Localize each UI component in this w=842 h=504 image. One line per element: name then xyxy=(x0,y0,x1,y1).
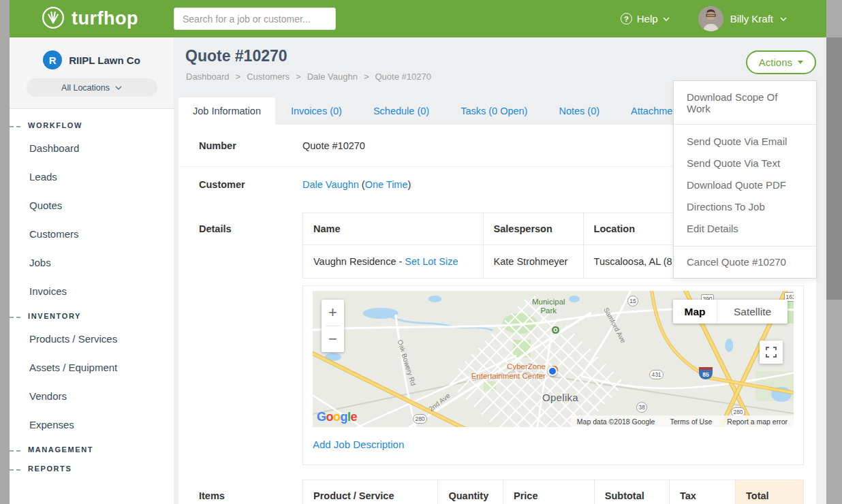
paren-close: ) xyxy=(408,179,411,190)
tab-tasks[interactable]: Tasks (0 Open) xyxy=(445,97,543,125)
fullscreen-button[interactable] xyxy=(760,341,783,364)
number-label: Number xyxy=(199,140,302,151)
customer-link[interactable]: Dale Vaughn xyxy=(302,179,359,190)
menu-item-edit-details[interactable]: Edit Details xyxy=(674,218,816,240)
help-menu[interactable]: ? Help xyxy=(621,13,670,25)
add-job-description-link[interactable]: Add Job Description xyxy=(313,439,404,450)
fullscreen-icon xyxy=(766,347,777,358)
items-col-quantity: Quantity xyxy=(438,480,503,504)
items-col-total: Total xyxy=(736,480,804,504)
location-selector[interactable]: All Locations xyxy=(27,78,157,97)
zoom-in-button[interactable]: + xyxy=(322,300,344,326)
google-map[interactable]: + − Map Satellite xyxy=(313,291,794,427)
details-col-salesperson: Salesperson xyxy=(483,213,583,245)
tab-schedule[interactable]: Schedule (0) xyxy=(358,97,445,125)
route-shield-280-left: 280 xyxy=(413,414,427,424)
details-col-name: Name xyxy=(303,213,484,245)
sidebar-item-jobs[interactable]: Jobs xyxy=(10,248,174,277)
sidebar-nav: WORKFLOW Dashboard Leads Quotes Customer… xyxy=(10,109,174,477)
menu-item-send-quote-via-text[interactable]: Send Quote Via Text xyxy=(674,153,816,174)
search-input[interactable] xyxy=(174,7,336,30)
details-label: Details xyxy=(199,212,302,465)
tab-bar: Job Information Invoices (0) Schedule (0… xyxy=(178,97,716,125)
park-marker-icon xyxy=(552,326,559,334)
items-col-subtotal: Subtotal xyxy=(594,480,669,504)
scrollbar-thumb[interactable] xyxy=(826,37,842,300)
breadcrumb-separator: > xyxy=(296,72,301,82)
sidebar-item-expenses[interactable]: Expenses xyxy=(10,410,174,439)
terms-of-use-link[interactable]: Terms of Use xyxy=(670,418,712,426)
menu-item-cancel-quote[interactable]: Cancel Quote #10270 xyxy=(674,247,816,278)
scrollbar[interactable] xyxy=(826,0,842,504)
route-shield-431: 431 xyxy=(649,370,664,379)
actions-button-label: Actions xyxy=(759,57,792,68)
chevron-down-icon xyxy=(115,86,122,90)
route-shield-15: 15 xyxy=(627,296,638,306)
logo-wordmark: turfhop xyxy=(72,8,138,29)
tab-notes[interactable]: Notes (0) xyxy=(543,97,615,125)
actions-button[interactable]: Actions xyxy=(746,50,816,74)
map-zoom-control: + − xyxy=(322,300,344,352)
sidebar: R RIIPL Lawn Co All Locations WORKFLOW D… xyxy=(10,37,174,504)
tab-job-information[interactable]: Job Information xyxy=(178,97,275,125)
page-title: Quote #10270 xyxy=(185,47,287,65)
company-logo-badge: R xyxy=(43,50,62,69)
caret-down-icon xyxy=(798,61,803,64)
salesperson-value: Kate Strohmeyer xyxy=(483,245,583,279)
map-label-opelika: Opelika xyxy=(542,392,578,403)
breadcrumb-customers[interactable]: Customers xyxy=(247,72,290,82)
items-row: Items Product / Service Quantity Price S… xyxy=(178,465,816,504)
app-root: turfhop ? Help Billy Kraft R RI xyxy=(0,0,842,504)
app-logo[interactable]: turfhop xyxy=(41,5,138,33)
company-row[interactable]: R RIIPL Lawn Co xyxy=(10,37,174,69)
items-table: Product / Service Quantity Price Subtota… xyxy=(302,479,804,504)
sidebar-item-assets-equipment[interactable]: Assets / Equipment xyxy=(10,353,174,381)
route-shield-38: 38 xyxy=(636,402,647,413)
menu-item-download-quote-pdf[interactable]: Download Quote PDF xyxy=(674,174,816,196)
map-type-satellite-button[interactable]: Satellite xyxy=(717,300,788,324)
report-map-error-link[interactable]: Report a map error xyxy=(727,418,788,426)
chevron-down-icon xyxy=(663,17,670,21)
map-label-municipal-park: MunicipalPark xyxy=(532,298,565,315)
map-data-credit: Map data ©2018 Google xyxy=(577,418,655,426)
menu-item-download-scope-of-work[interactable]: Download Scope Of Work xyxy=(674,81,816,124)
sidebar-item-invoices[interactable]: Invoices xyxy=(10,277,174,305)
zoom-out-button[interactable]: − xyxy=(322,326,344,352)
help-question-icon: ? xyxy=(621,13,632,25)
tab-invoices[interactable]: Invoices (0) xyxy=(275,97,358,125)
breadcrumb-dale-vaughn[interactable]: Dale Vaughn xyxy=(307,72,358,82)
menu-item-send-quote-via-email[interactable]: Send Quote Via Email xyxy=(674,131,816,153)
sidebar-item-vendors[interactable]: Vendors xyxy=(10,381,174,410)
customer-type-link[interactable]: One Time xyxy=(365,179,408,190)
user-menu[interactable]: Billy Kraft xyxy=(698,6,787,31)
sidebar-item-products-services[interactable]: Products / Services xyxy=(10,324,174,353)
location-selector-label: All Locations xyxy=(61,83,110,93)
breadcrumb-current: Quote #10270 xyxy=(375,72,431,82)
sidebar-item-dashboard[interactable]: Dashboard xyxy=(10,133,174,162)
items-col-price: Price xyxy=(503,480,594,504)
sidebar-item-customers[interactable]: Customers xyxy=(10,219,174,248)
actions-dropdown-menu: Download Scope Of Work Send Quote Via Em… xyxy=(673,80,817,279)
breadcrumb: Dashboard > Customers > Dale Vaughn > Qu… xyxy=(186,72,431,82)
map-attribution: Map data ©2018 Google Terms of Use Repor… xyxy=(571,415,794,427)
window-edge-strip xyxy=(0,0,10,504)
menu-item-directions-to-job[interactable]: Directions To Job xyxy=(674,196,816,218)
nav-section-reports: REPORTS xyxy=(10,458,174,477)
map-type-map-button[interactable]: Map xyxy=(673,300,717,324)
sidebar-item-leads[interactable]: Leads xyxy=(10,162,174,191)
breadcrumb-separator: > xyxy=(236,72,241,82)
turfhop-grass-icon xyxy=(41,5,65,33)
user-name: Billy Kraft xyxy=(730,13,773,25)
nav-section-workflow: WORKFLOW xyxy=(10,114,174,133)
customer-label: Customer xyxy=(199,179,302,190)
sidebar-item-quotes[interactable]: Quotes xyxy=(10,191,174,219)
items-col-product-service: Product / Service xyxy=(303,480,438,504)
nav-section-management: MANAGEMENT xyxy=(10,439,174,458)
breadcrumb-dashboard[interactable]: Dashboard xyxy=(186,72,230,82)
set-lot-size-link[interactable]: Set Lot Size xyxy=(405,256,458,267)
google-logo[interactable]: Google xyxy=(317,410,357,424)
breadcrumb-separator: > xyxy=(364,72,369,82)
main-content: Quote #10270 Dashboard > Customers > Dal… xyxy=(174,37,826,504)
top-header-bar: turfhop ? Help Billy Kraft xyxy=(10,0,826,37)
avatar xyxy=(698,6,723,31)
